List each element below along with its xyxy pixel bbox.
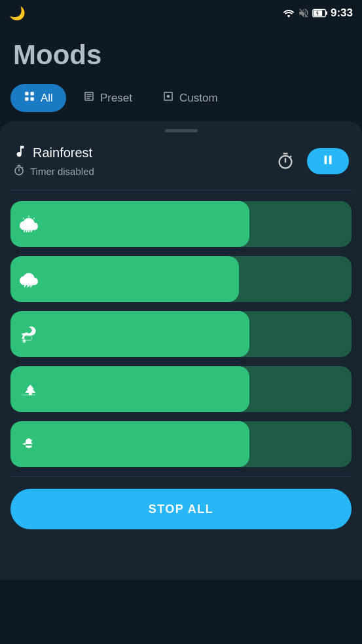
tab-preset[interactable]: Preset [70,84,145,112]
sound-bar-forest-ambient[interactable] [10,366,352,412]
sound-bar-thunder-rain[interactable] [10,256,352,302]
rain-shower-icon [20,215,38,233]
now-playing-timer: Timer disabled [13,164,94,178]
forest-ambient-icon [20,380,38,398]
pause-button[interactable] [307,148,349,174]
sound-bar-fill-bird-chirp [10,421,249,467]
now-playing-name: Rainforest [13,144,94,162]
sound-bar-fill-rain-shower [10,201,249,247]
moon-icon: 🌙 [9,5,26,21]
pause-icon [321,153,335,170]
sound-bar-rain-shower[interactable] [10,201,352,247]
svg-rect-4 [31,92,34,95]
sound-bar-bird-chirp[interactable] [10,421,352,467]
bird-chirp-icon [20,435,38,453]
wifi-icon [282,8,295,18]
sound-bar-fill-wind-leaves [10,311,249,357]
svg-rect-1 [325,11,327,15]
bottom-divider [10,476,352,477]
timer-small-icon [13,164,25,178]
drag-handle[interactable] [165,129,198,132]
grid-icon [24,90,35,105]
status-bar: 🌙 9:33 [0,0,362,26]
stop-all-button[interactable]: STOP ALL [10,489,352,529]
tab-all-label: All [41,92,53,105]
sound-bar-fill-thunder-rain [10,256,239,302]
top-divider [10,190,352,191]
header: Moods [0,26,362,77]
svg-rect-3 [25,92,28,95]
page-title: Moods [13,39,349,71]
now-playing-controls [272,147,349,175]
status-bar-right: 9:33 [282,7,353,20]
mute-icon [298,7,310,19]
thunder-rain-icon [20,270,38,288]
now-playing-info: Rainforest Timer disabled [13,144,94,178]
svg-rect-6 [31,98,34,101]
tab-custom-label: Custom [179,92,218,105]
status-time: 9:33 [331,7,353,20]
tab-all[interactable]: All [10,84,66,112]
custom-icon [162,90,174,105]
svg-rect-5 [25,98,28,101]
now-playing-row: Rainforest Timer disabled [10,144,352,187]
sound-bar-wind-leaves[interactable] [10,311,352,357]
status-bar-left: 🌙 [9,5,26,21]
wind-leaves-icon [20,325,38,343]
tab-preset-label: Preset [100,92,132,105]
music-note-icon [13,144,27,162]
svg-point-7 [23,339,26,343]
content-card: Rainforest Timer disabled [0,121,362,580]
timer-button[interactable] [272,147,299,175]
preset-icon [83,90,95,105]
sound-bar-fill-forest-ambient [10,366,249,412]
battery-icon [312,8,328,18]
tab-custom[interactable]: Custom [149,84,231,112]
tab-bar: All Preset Custom [0,77,362,121]
